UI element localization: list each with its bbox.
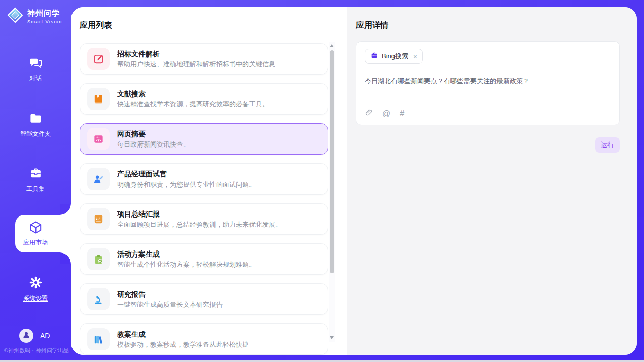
scroll-up-arrow-icon[interactable]	[330, 44, 334, 47]
microscope-icon	[87, 288, 110, 310]
prompt-card: Bing搜索 × 今日湖北有哪些新闻要点？有哪些需要关注的最新政策？ @ #	[356, 41, 620, 125]
app-item-name: 研究报告	[117, 289, 223, 300]
app-item-name: 活动方案生成	[117, 249, 256, 260]
app-item-description: 智能生成个性化活动方案，轻松解决规划难题。	[117, 260, 256, 270]
paperclip-icon[interactable]	[365, 108, 373, 119]
user-name: AD	[40, 332, 50, 340]
gear-icon	[29, 276, 43, 290]
composer-toolbar: @ #	[365, 108, 404, 119]
brand-subtitle: Smart Vision	[27, 19, 62, 24]
app-item-name: 招标文件解析	[117, 49, 275, 59]
app-detail-title: 应用详情	[356, 20, 388, 31]
brand-title: 神州问学	[27, 9, 62, 18]
app-item-name: 文献搜索	[117, 89, 269, 99]
briefcase-icon	[370, 51, 378, 61]
list-item[interactable]: 招标文件解析帮助用户快速、准确地理解和解析招标书中的关键信息	[80, 43, 328, 75]
sidebar-item-label: 工具集	[0, 185, 71, 193]
bottom-strip	[0, 360, 644, 362]
app-item-description: 一键智能生成高质量长文本研究报告	[117, 300, 223, 310]
app-item-description: 帮助用户快速、准确地理解和解析招标书中的关键信息	[117, 59, 275, 69]
browser-code-icon	[87, 128, 110, 150]
query-input[interactable]: 今日湖北有哪些新闻要点？有哪些需要关注的最新政策？	[365, 77, 608, 86]
main-panel: 应用列表 招标文件解析帮助用户快速、准确地理解和解析招标书中的关键信息文献搜索快…	[71, 7, 637, 355]
list-item[interactable]: 文献搜索快速精准查找学术资源，提高研究效率的必备工具。	[80, 83, 328, 115]
app-item-name: 网页摘要	[117, 129, 190, 139]
app-item-name: 项目总结汇报	[117, 209, 282, 220]
app-list: 招标文件解析帮助用户快速、准确地理解和解析招标书中的关键信息文献搜索快速精准查找…	[80, 43, 328, 355]
sidebar-item-label: 对话	[0, 74, 71, 83]
app-item-name: 产品经理面试官	[117, 169, 256, 179]
list-item[interactable]: 活动方案生成智能生成个性化活动方案，轻松解决规划难题。	[80, 243, 328, 275]
sidebar-item-smart-folder[interactable]: 智能文件夹	[0, 112, 71, 138]
clipboard-check-icon	[87, 248, 110, 270]
sidebar-item-label: 系统设置	[0, 294, 71, 303]
toolbox-icon	[29, 166, 43, 180]
book-icon	[87, 88, 110, 110]
sidebar-item-chat[interactable]: 对话	[0, 56, 71, 83]
scroll-down-arrow-icon[interactable]	[330, 336, 334, 339]
diamond-logo-icon	[7, 7, 24, 26]
sidebar-item-label: 智能文件夹	[0, 130, 71, 138]
mention-icon[interactable]: @	[382, 109, 390, 118]
app-item-description: 快速精准查找学术资源，提高研究效率的必备工具。	[117, 99, 269, 110]
brand: 神州问学 Smart Vision	[7, 7, 62, 26]
app-item-description: 模板驱动，教案秒成，教学准备从此轻松快捷	[117, 340, 249, 350]
run-button[interactable]: 运行	[595, 137, 620, 153]
interviewer-icon	[87, 168, 110, 190]
cube-icon	[28, 228, 43, 236]
app-item-description: 全面回顾项目进展，总结经验教训，助力未来优化发展。	[117, 220, 282, 230]
tool-chip-bing-search[interactable]: Bing搜索 ×	[365, 49, 423, 64]
sidebar-item-app-market[interactable]: 应用市场	[15, 215, 71, 252]
memo-icon	[87, 208, 110, 230]
sidebar-item-settings[interactable]: 系统设置	[0, 276, 71, 303]
list-item[interactable]: 教案生成模板驱动，教案秒成，教学准备从此轻松快捷	[80, 323, 328, 355]
sidebar-item-label: 应用市场	[15, 238, 56, 247]
app-list-panel: 应用列表 招标文件解析帮助用户快速、准确地理解和解析招标书中的关键信息文献搜索快…	[71, 7, 347, 355]
app-list-title: 应用列表	[80, 20, 112, 31]
edit-icon	[87, 48, 110, 70]
list-item[interactable]: 项目总结汇报全面回顾项目进展，总结经验教训，助力未来优化发展。	[80, 203, 328, 235]
scrollbar-thumb[interactable]	[330, 50, 334, 273]
scrollbar[interactable]	[329, 42, 335, 342]
copyright-footer: ©神州数码 · 神州问学出品	[4, 347, 75, 354]
avatar	[19, 329, 33, 343]
list-item[interactable]: 网页摘要每日政府新闻资讯快查。	[80, 123, 328, 155]
books-icon	[87, 328, 110, 350]
user-avatar-icon	[22, 330, 31, 341]
list-item[interactable]: 研究报告一键智能生成高质量长文本研究报告	[80, 283, 328, 315]
sidebar: 神州问学 Smart Vision 对话 智能文件夹 工具集 应用市场 系统设置…	[0, 0, 71, 360]
folder-icon	[29, 112, 43, 126]
user-profile[interactable]: AD	[19, 329, 50, 343]
chip-close-icon[interactable]: ×	[413, 53, 417, 60]
tool-chip-label: Bing搜索	[382, 52, 408, 61]
app-detail-panel: 应用详情 Bing搜索 × 今日湖北有哪些新闻要点？有哪些需要关注的最新政策？ …	[347, 7, 637, 355]
chat-icon	[29, 56, 43, 70]
sidebar-item-toolset[interactable]: 工具集	[0, 166, 71, 193]
hash-icon[interactable]: #	[400, 109, 404, 118]
app-item-name: 教案生成	[117, 329, 249, 340]
list-item[interactable]: 产品经理面试官明确身份和职责，为您提供专业性的面试问题。	[80, 163, 328, 195]
app-item-description: 明确身份和职责，为您提供专业性的面试问题。	[117, 179, 256, 190]
app-item-description: 每日政府新闻资讯快查。	[117, 139, 190, 150]
